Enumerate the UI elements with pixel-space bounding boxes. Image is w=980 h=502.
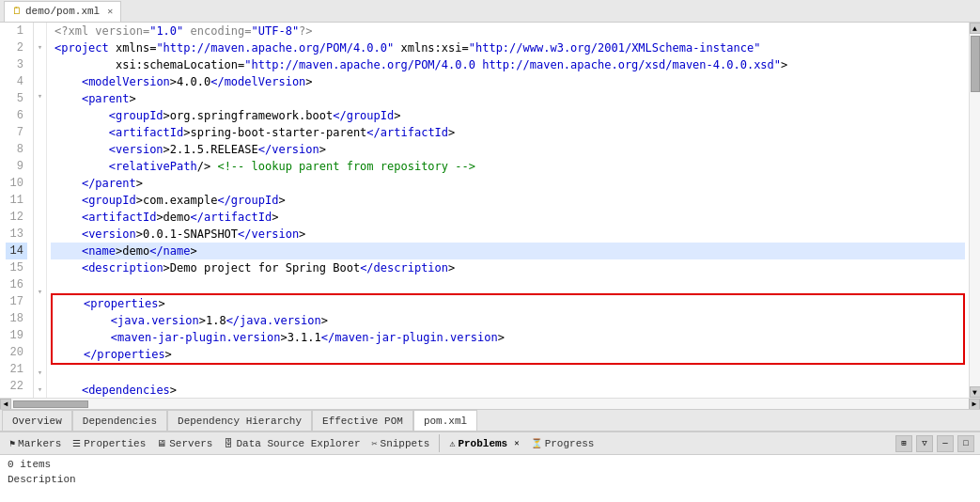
progress-label: Progress [545,438,595,449]
line-number-5: 5 [6,90,27,107]
line-number-10: 10 [6,175,27,192]
fold-cell-2[interactable]: ▾ [34,39,46,55]
minimize-button[interactable]: ─ [937,435,954,452]
code-line-15: <description>Demo project for Spring Boo… [51,259,965,276]
h-scroll-track [11,400,969,409]
fold-cell-23[interactable]: ▾ [34,382,46,398]
line-number-4: 4 [6,73,27,90]
fold-cell-9 [34,153,46,169]
code-line-14: <name>demo</name> [51,243,965,259]
line-number-7: 7 [6,124,27,141]
toolbar-item-servers[interactable]: 🖥Servers [153,438,216,449]
code-line-21 [51,365,965,382]
fold-cell-6 [34,104,46,120]
progress-icon: ⏳ [531,438,542,449]
scroll-up-button[interactable]: ▲ [970,23,981,34]
problems-close-badge[interactable]: ✕ [514,438,519,448]
snippets-label: Snippets [381,438,430,449]
scroll-right-button[interactable]: ▶ [969,399,980,410]
line-number-21: 21 [6,361,27,378]
code-line-22: <dependencies> [51,382,965,398]
code-line-6: <groupId>org.springframework.boot</group… [51,107,965,124]
bottom-tab-effective-pom[interactable]: Effective POM [312,410,413,431]
line-number-16: 16 [6,276,27,293]
code-line-12: <artifactId>demo</artifactId> [51,209,965,226]
code-line-2: <project xmlns="http://maven.apache.org/… [51,39,965,56]
code-editor[interactable]: <?xml version="1.0" encoding="UTF-8"?><p… [47,23,969,398]
fold-column: ▾▾▾▾▾ [34,23,47,398]
fold-cell-10 [34,169,46,185]
properties-label: Properties [84,438,146,449]
scroll-left-button[interactable]: ◀ [0,399,11,410]
toolbar-item-data-source-explorer[interactable]: 🗄Data Source Explorer [220,438,364,449]
problems-toolbar: ⚑Markers☰Properties🖥Servers🗄Data Source … [0,432,980,455]
line-number-17: 17 [6,293,27,310]
bottom-tab-overview[interactable]: Overview [2,410,72,431]
fold-cell-21 [34,349,46,365]
scroll-down-button[interactable]: ▼ [970,386,981,398]
line-number-15: 15 [6,259,27,276]
toolbar-item-markers[interactable]: ⚑Markers [6,438,65,449]
fold-cell-20 [34,333,46,349]
code-line-11: <groupId>com.example</groupId> [51,192,965,209]
line-number-14: 14 [6,243,27,259]
line-number-8: 8 [6,141,27,158]
servers-icon: 🖥 [157,438,166,449]
toolbar-item-problems[interactable]: ⚠Problems✕ [445,438,522,449]
fold-cell-19 [34,316,46,332]
toolbar-item-properties[interactable]: ☰Properties [69,438,149,449]
code-line-16 [51,276,965,293]
properties-icon: ☰ [72,438,81,449]
code-line-20: </properties> [51,346,965,365]
toolbar-right-buttons: ⊞▽─□ [895,435,974,452]
maximize-button[interactable]: □ [957,435,974,452]
line-number-22: 22 [6,378,27,395]
bottom-tab-dependency-hierarchy[interactable]: Dependency Hierarchy [167,410,312,431]
line-number-12: 12 [6,209,27,226]
line-number-13: 13 [6,226,27,243]
problems-count: 0 items [8,459,972,470]
line-number-19: 19 [6,327,27,344]
filter-button[interactable]: ⊞ [895,435,912,452]
fold-cell-7 [34,120,46,136]
toolbar-item-snippets[interactable]: ✂Snippets [368,438,434,449]
code-line-18: <java.version>1.8</java.version> [51,312,965,329]
tab-close-button[interactable]: ✕ [107,6,113,17]
fold-cell-16 [34,267,46,283]
bottom-tab-pom.xml[interactable]: pom.xml [413,410,477,431]
vertical-scrollbar[interactable]: ▲ ▼ [969,23,980,398]
fold-cell-11 [34,185,46,201]
h-scroll-thumb[interactable] [13,400,88,408]
fold-cell-13 [34,218,46,234]
bottom-tab-dependencies[interactable]: Dependencies [72,410,167,431]
fold-cell-22[interactable]: ▾ [34,365,46,381]
editor-tab-pom[interactable]: 🗒 demo/pom.xml ✕ [4,1,121,22]
line-number-6: 6 [6,107,27,124]
view-menu-button[interactable]: ▽ [916,435,933,452]
fold-cell-4 [34,71,46,87]
horizontal-scrollbar[interactable]: ◀ ▶ [0,398,980,409]
code-line-10: </parent> [51,175,965,192]
fold-cell-17[interactable]: ▾ [34,284,46,300]
line-number-18: 18 [6,310,27,327]
fold-cell-5[interactable]: ▾ [34,87,46,103]
line-number-20: 20 [6,344,27,361]
fold-cell-8 [34,136,46,152]
fold-cell-18 [34,300,46,316]
line-number-1: 1 [6,23,27,39]
scroll-thumb[interactable] [971,36,980,92]
editor-tab-bar: 🗒 demo/pom.xml ✕ [0,0,980,23]
markers-label: Markers [18,438,61,449]
line-number-11: 11 [6,192,27,209]
data-source-explorer-icon: 🗄 [224,438,233,449]
code-line-8: <version>2.1.5.RELEASE</version> [51,141,965,158]
toolbar-separator [439,434,440,452]
problems-icon: ⚠ [449,438,455,449]
toolbar-item-progress[interactable]: ⏳Progress [527,438,599,449]
fold-cell-14 [34,234,46,250]
editor-tab-label: demo/pom.xml [25,6,100,17]
line-numbers: 1234567891011121314151617181920212223 [0,23,34,398]
xml-file-icon: 🗒 [12,6,22,17]
problems-label: Problems [458,438,507,449]
problems-description-label: Description [8,474,972,485]
